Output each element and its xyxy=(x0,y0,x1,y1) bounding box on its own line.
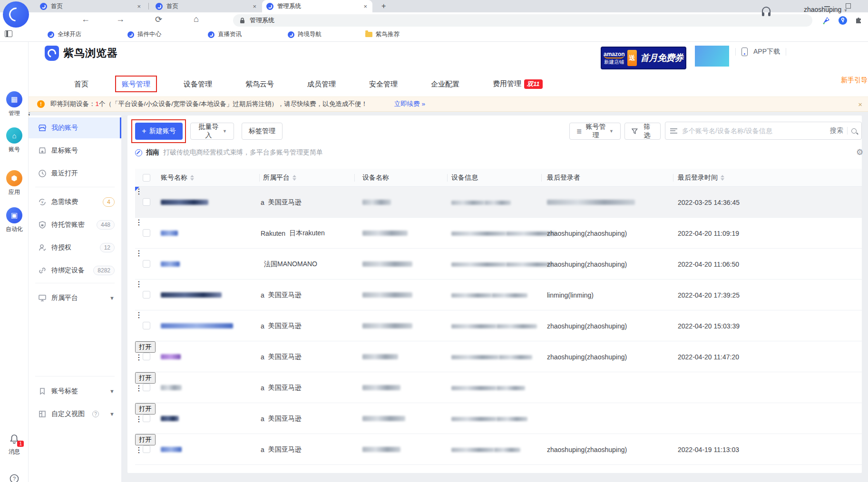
sidebar-item-我的账号[interactable]: 我的账号 xyxy=(29,117,121,138)
search-button[interactable]: 搜索 xyxy=(830,126,843,135)
sort-arrows-icon[interactable] xyxy=(293,175,296,181)
new-tab-button[interactable]: + xyxy=(379,1,389,11)
open-button[interactable]: 打开 xyxy=(135,372,156,384)
nav-item-2[interactable]: 账号管理 xyxy=(122,77,150,92)
promo-banner[interactable]: amazon 新建店铺 送 首月免费券 xyxy=(601,47,686,69)
row-checkbox[interactable] xyxy=(143,415,150,422)
sort-arrows-icon[interactable] xyxy=(721,175,724,181)
nav-item-5[interactable]: 成员管理 xyxy=(307,77,336,92)
home-icon[interactable]: ⌂ xyxy=(194,14,199,24)
sort-arrows-icon[interactable] xyxy=(190,175,194,181)
bookmark-item[interactable]: 直播资讯 xyxy=(208,30,242,39)
bookmark-item[interactable]: 插件中心 xyxy=(127,30,161,39)
notice-close-icon[interactable]: × xyxy=(858,100,862,108)
row-checkbox[interactable] xyxy=(143,229,150,237)
table-row[interactable]: Rakuten日本rakutenzhaoshuping(zhaoshuping)… xyxy=(135,218,862,249)
forward-icon[interactable]: → xyxy=(116,14,125,24)
search-input[interactable] xyxy=(681,126,826,135)
bookmark-item[interactable]: 紫鸟推荐 xyxy=(365,30,400,39)
back-icon[interactable]: ← xyxy=(81,14,90,24)
browser-tab-2[interactable]: 首页× xyxy=(151,0,262,12)
headset-support-icon[interactable] xyxy=(762,7,770,13)
table-row[interactable]: a美国亚马逊2022-03-25 14:36:45⋮ xyxy=(135,187,862,218)
tab-close-icon[interactable]: × xyxy=(362,3,368,10)
table-row[interactable]: a美国亚马逊linming(linming)2022-04-20 17:39:2… xyxy=(135,280,862,310)
rail-label: 管理 xyxy=(0,109,29,117)
promo-gradient-tile[interactable] xyxy=(695,46,729,67)
bookmark-item[interactable]: 跨境导航 xyxy=(288,30,322,39)
row-checkbox[interactable] xyxy=(143,260,150,268)
table-row[interactable]: a美国亚马逊打开⋮ xyxy=(135,372,862,403)
row-checkbox[interactable] xyxy=(143,322,150,329)
reload-icon[interactable]: ⟳ xyxy=(155,14,162,25)
rail-item-4[interactable]: ▣自动化 xyxy=(0,207,29,233)
sidebar-item-急需续费[interactable]: ¥急需续费4 xyxy=(29,192,121,212)
nav-item-4[interactable]: 紫鸟云号 xyxy=(245,77,274,92)
table-row[interactable]: a美国亚马逊打开⋮ xyxy=(135,403,862,434)
new-user-guide-link[interactable]: 新手引导 xyxy=(841,76,868,85)
open-button[interactable]: 打开 xyxy=(135,403,156,415)
column-header-2[interactable]: 所属平台 xyxy=(263,169,296,187)
device-name-cell xyxy=(362,187,391,218)
column-header-6[interactable]: 最后登录时间 xyxy=(678,169,724,187)
column-header-1[interactable]: 账号名称 xyxy=(161,169,194,187)
chevron-down-icon[interactable]: ▼ xyxy=(109,388,115,394)
nav-item-7[interactable]: 企业配置 xyxy=(431,77,459,92)
rail-item-messages[interactable]: 1 消息 xyxy=(0,434,29,456)
tab-close-icon[interactable]: × xyxy=(136,3,142,10)
sidebar-item-所属平台[interactable]: 所属平台▼ xyxy=(29,288,121,308)
rail-item-help[interactable]: ? 帮助 xyxy=(0,473,29,482)
nav-item-6[interactable]: 安全管理 xyxy=(369,77,398,92)
row-checkbox[interactable] xyxy=(143,445,150,453)
sidebar-item-待托管账密[interactable]: 待托管账密448 xyxy=(29,214,121,235)
bookmark-item[interactable]: 全球开店 xyxy=(48,30,81,39)
nav-item-8[interactable]: 费用管理双11 xyxy=(493,77,543,92)
filter-button[interactable]: 筛选 xyxy=(624,123,661,140)
nav-item-3[interactable]: 设备管理 xyxy=(184,77,212,92)
help-icon[interactable]: ? xyxy=(92,411,99,417)
sidebar-item-待绑定设备[interactable]: 待绑定设备8282 xyxy=(29,260,121,281)
brand-name: 紫鸟浏览器 xyxy=(63,46,118,60)
chevron-down-icon[interactable]: ▼ xyxy=(109,295,115,301)
user-menu[interactable]: zhaoshuping▼ xyxy=(804,6,848,13)
table-row[interactable]: a美国亚马逊zhaoshuping(zhaoshuping)2022-04-19… xyxy=(135,434,862,465)
open-button[interactable]: 打开 xyxy=(135,434,156,445)
row-checkbox[interactable] xyxy=(143,353,150,360)
account-manage-dropdown[interactable]: ≣账号管理▼ xyxy=(569,123,621,140)
row-checkbox[interactable] xyxy=(143,291,150,299)
platform-name: 美国亚马逊 xyxy=(268,384,302,392)
address-bar[interactable]: 管理系统 xyxy=(233,14,812,27)
rail-item-1[interactable]: ▦管理 xyxy=(0,91,29,117)
chevron-down-icon[interactable]: ▼ xyxy=(109,411,115,417)
browser-tab-3[interactable]: 管理系统× xyxy=(262,0,372,12)
rail-item-3[interactable]: ⬢应用 xyxy=(0,170,29,196)
table-row[interactable]: 法国MANOMANOzhaoshuping(zhaoshuping)2022-0… xyxy=(135,249,862,280)
table-row[interactable]: a美国亚马逊zhaoshuping(zhaoshuping)2022-04-20… xyxy=(135,310,862,341)
browser-tab-1[interactable]: 首页× xyxy=(36,0,146,12)
row-checkbox[interactable] xyxy=(143,384,150,391)
sidebar-item-自定义视图[interactable]: 自定义视图?▼ xyxy=(29,404,121,424)
tag-manage-button[interactable]: 标签管理 xyxy=(242,123,283,140)
sidebar-item-星标账号[interactable]: 星标账号 xyxy=(29,140,121,161)
row-checkbox[interactable] xyxy=(143,198,150,206)
tab-close-icon[interactable]: × xyxy=(252,3,257,10)
renew-now-link[interactable]: 立即续费 » xyxy=(394,100,425,108)
table-row[interactable]: a美国亚马逊zhaoshuping(zhaoshuping)2022-04-20… xyxy=(135,341,862,372)
sidebar-item-待授权[interactable]: 待授权12 xyxy=(29,237,121,258)
extensions-puzzle-icon[interactable] xyxy=(855,16,863,25)
rail-item-2[interactable]: ⌂账号 xyxy=(0,127,29,154)
select-all-checkbox[interactable] xyxy=(143,174,150,182)
open-button[interactable]: 打开 xyxy=(135,341,156,353)
key-extension-icon[interactable] xyxy=(838,16,848,25)
app-download-link[interactable]: APP下载 xyxy=(753,48,780,56)
star-store-icon xyxy=(38,146,47,155)
sidebar-item-最近打开[interactable]: 最近打开 xyxy=(29,163,121,184)
rocket-extension-icon[interactable] xyxy=(821,16,831,25)
sidebar-item-账号标签[interactable]: 账号标签▼ xyxy=(29,381,121,402)
column-settings-gear-icon[interactable]: ⚙ xyxy=(856,147,863,157)
batch-import-button[interactable]: 批量导入▼ xyxy=(190,123,234,140)
nav-item-1[interactable]: 首页 xyxy=(74,77,88,92)
last-login-time-cell: 2022-04-20 15:03:39 xyxy=(678,310,740,341)
side-panel-icon[interactable] xyxy=(5,30,12,37)
search-icon[interactable] xyxy=(851,128,857,134)
